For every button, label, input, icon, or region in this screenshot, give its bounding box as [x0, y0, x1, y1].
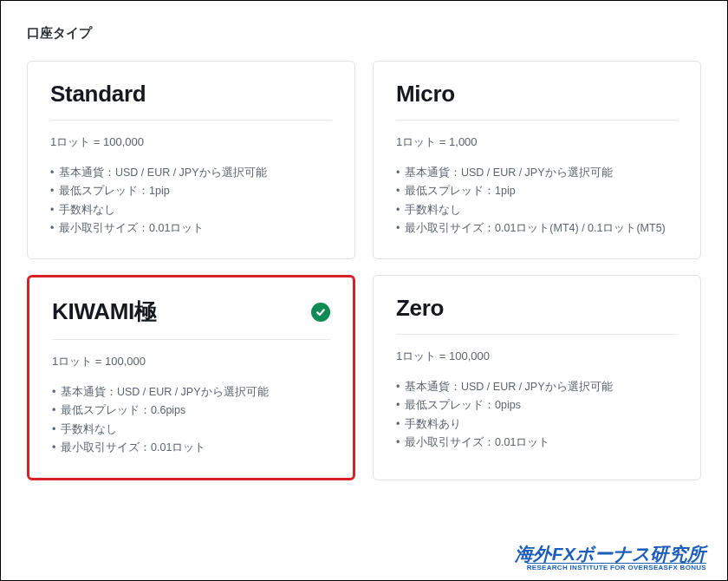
card-head: Zero — [396, 295, 678, 335]
lot-line: 1ロット = 100,000 — [396, 349, 678, 364]
feature-list: 基本通貨：USD / EUR / JPYから選択可能最低スプレッド：0.6pip… — [52, 383, 330, 457]
card-title: KIWAMI極 — [52, 297, 157, 327]
feature-item: 基本通貨：USD / EUR / JPYから選択可能 — [52, 383, 330, 401]
card-head: KIWAMI極 — [52, 297, 330, 340]
option-card-zero[interactable]: Zero1ロット = 100,000基本通貨：USD / EUR / JPYから… — [373, 275, 701, 480]
feature-item: 手数料なし — [396, 201, 678, 219]
brand-sub: RESEARCH INSTITUTE FOR OVERSEASFX BONUS — [515, 564, 706, 571]
option-card-standard[interactable]: Standard1ロット = 100,000基本通貨：USD / EUR / J… — [27, 61, 355, 259]
option-card-kiwami極[interactable]: KIWAMI極1ロット = 100,000基本通貨：USD / EUR / JP… — [27, 275, 355, 480]
feature-list: 基本通貨：USD / EUR / JPYから選択可能最低スプレッド：0pips手… — [396, 378, 678, 452]
feature-item: 最小取引サイズ：0.01ロット — [396, 434, 678, 452]
feature-item: 手数料なし — [52, 421, 330, 439]
feature-item: 最低スプレッド：0pips — [396, 396, 678, 415]
page-title: 口座タイプ — [27, 25, 701, 42]
card-title: Micro — [396, 81, 455, 108]
feature-item: 手数料なし — [50, 201, 332, 219]
card-grid: Standard1ロット = 100,000基本通貨：USD / EUR / J… — [27, 61, 701, 480]
feature-item: 最小取引サイズ：0.01ロット — [50, 219, 332, 238]
feature-item: 最小取引サイズ：0.01ロット(MT4) / 0.1ロット(MT5) — [396, 219, 678, 238]
card-title: Standard — [50, 81, 146, 108]
feature-list: 基本通貨：USD / EUR / JPYから選択可能最低スプレッド：1pip手数… — [396, 164, 678, 238]
card-head: Micro — [396, 81, 678, 121]
feature-item: 最小取引サイズ：0.01ロット — [52, 439, 330, 457]
feature-item: 最低スプレッド：1pip — [50, 182, 332, 200]
lot-line: 1ロット = 100,000 — [50, 134, 332, 150]
card-head: Standard — [50, 81, 332, 121]
option-card-micro[interactable]: Micro1ロット = 1,000基本通貨：USD / EUR / JPYから選… — [373, 61, 701, 259]
feature-item: 最低スプレッド：0.6pips — [52, 401, 330, 420]
feature-item: 手数料あり — [396, 415, 678, 434]
feature-list: 基本通貨：USD / EUR / JPYから選択可能最低スプレッド：1pip手数… — [50, 164, 332, 238]
lot-line: 1ロット = 1,000 — [396, 134, 678, 150]
brand-main: 海外FXボーナス研究所 — [515, 545, 706, 564]
feature-item: 最低スプレッド：1pip — [396, 182, 678, 200]
checkmark-icon — [311, 303, 330, 322]
lot-line: 1ロット = 100,000 — [52, 354, 330, 369]
card-title: Zero — [396, 295, 444, 322]
feature-item: 基本通貨：USD / EUR / JPYから選択可能 — [396, 378, 678, 396]
feature-item: 基本通貨：USD / EUR / JPYから選択可能 — [50, 164, 332, 182]
footer-brand: 海外FXボーナス研究所 RESEARCH INSTITUTE FOR OVERS… — [515, 545, 706, 571]
feature-item: 基本通貨：USD / EUR / JPYから選択可能 — [396, 164, 678, 182]
